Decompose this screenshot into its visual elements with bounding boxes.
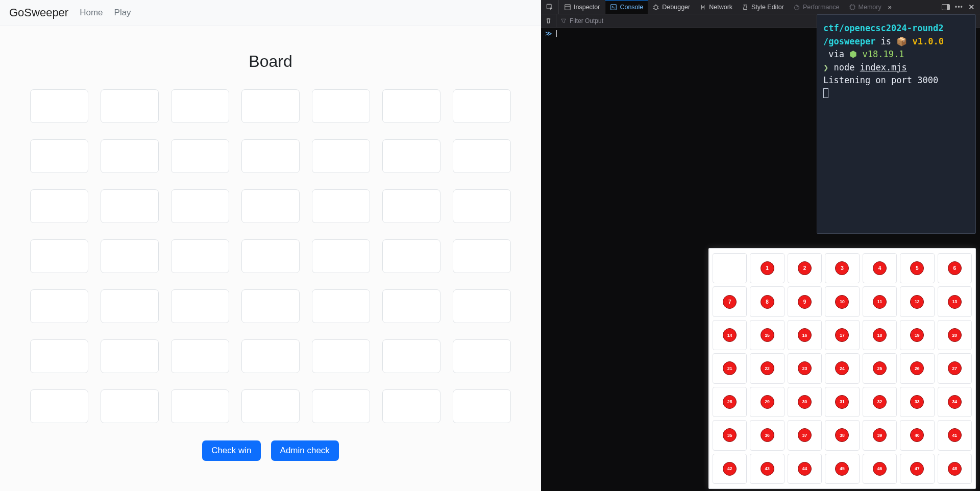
mines-cell[interactable]: 16 bbox=[788, 320, 822, 350]
mines-cell[interactable]: 47 bbox=[900, 454, 934, 484]
mines-cell[interactable]: 41 bbox=[938, 420, 972, 450]
mines-cell[interactable]: 36 bbox=[750, 420, 784, 450]
board-cell[interactable] bbox=[171, 239, 229, 273]
mines-cell[interactable]: 6 bbox=[938, 253, 972, 283]
board-cell[interactable] bbox=[382, 239, 440, 273]
board-cell[interactable] bbox=[241, 239, 300, 273]
board-cell[interactable] bbox=[30, 89, 88, 123]
mines-cell[interactable]: 32 bbox=[863, 387, 897, 417]
board-cell[interactable] bbox=[453, 339, 511, 373]
terminal-window[interactable]: ctf/openecsc2024-round2 /gosweeper is 📦 … bbox=[817, 14, 976, 234]
clear-console-button[interactable] bbox=[541, 14, 556, 27]
mines-cell[interactable]: 44 bbox=[788, 454, 822, 484]
nav-play[interactable]: Play bbox=[114, 8, 131, 18]
board-cell[interactable] bbox=[171, 339, 229, 373]
board-cell[interactable] bbox=[101, 239, 159, 273]
board-cell[interactable] bbox=[101, 189, 159, 223]
board-cell[interactable] bbox=[241, 89, 300, 123]
mines-cell[interactable]: 43 bbox=[750, 454, 784, 484]
mines-cell[interactable]: 11 bbox=[863, 286, 897, 316]
devtools-close-icon[interactable]: ✕ bbox=[968, 3, 975, 12]
board-cell[interactable] bbox=[312, 289, 370, 323]
board-cell[interactable] bbox=[101, 89, 159, 123]
board-cell[interactable] bbox=[453, 389, 511, 423]
board-cell[interactable] bbox=[171, 389, 229, 423]
mines-cell[interactable]: 40 bbox=[900, 420, 934, 450]
board-cell[interactable] bbox=[453, 89, 511, 123]
mines-cell[interactable]: 25 bbox=[863, 353, 897, 383]
mines-cell[interactable]: 34 bbox=[938, 387, 972, 417]
board-cell[interactable] bbox=[30, 239, 88, 273]
board-cell[interactable] bbox=[241, 339, 300, 373]
board-cell[interactable] bbox=[453, 139, 511, 173]
board-cell[interactable] bbox=[171, 89, 229, 123]
mines-cell[interactable]: 2 bbox=[788, 253, 822, 283]
board-cell[interactable] bbox=[382, 389, 440, 423]
mines-cell[interactable]: 12 bbox=[900, 286, 934, 316]
board-cell[interactable] bbox=[312, 339, 370, 373]
devtools-tab-inspector[interactable]: Inspector bbox=[559, 0, 605, 14]
board-cell[interactable] bbox=[101, 339, 159, 373]
board-cell[interactable] bbox=[171, 189, 229, 223]
board-cell[interactable] bbox=[171, 289, 229, 323]
board-cell[interactable] bbox=[241, 139, 300, 173]
mines-cell[interactable]: 42 bbox=[713, 454, 747, 484]
board-cell[interactable] bbox=[241, 189, 300, 223]
mines-cell[interactable]: 45 bbox=[825, 454, 859, 484]
board-cell[interactable] bbox=[453, 289, 511, 323]
board-cell[interactable] bbox=[312, 139, 370, 173]
board-cell[interactable] bbox=[312, 89, 370, 123]
board-cell[interactable] bbox=[171, 139, 229, 173]
board-cell[interactable] bbox=[101, 389, 159, 423]
mines-cell[interactable]: 31 bbox=[825, 387, 859, 417]
tabs-overflow-icon[interactable]: » bbox=[888, 4, 892, 11]
mines-cell[interactable]: 28 bbox=[713, 387, 747, 417]
mines-cell[interactable]: 9 bbox=[788, 286, 822, 316]
board-cell[interactable] bbox=[382, 139, 440, 173]
board-cell[interactable] bbox=[30, 289, 88, 323]
board-cell[interactable] bbox=[30, 389, 88, 423]
mines-cell[interactable]: 8 bbox=[750, 286, 784, 316]
devtools-tab-console[interactable]: Console bbox=[605, 0, 648, 14]
mines-cell[interactable]: 39 bbox=[863, 420, 897, 450]
nav-home[interactable]: Home bbox=[80, 8, 103, 18]
mines-cell[interactable]: 33 bbox=[900, 387, 934, 417]
mines-cell[interactable]: 19 bbox=[900, 320, 934, 350]
mines-cell[interactable]: 37 bbox=[788, 420, 822, 450]
pick-element-button[interactable] bbox=[541, 0, 559, 14]
board-cell[interactable] bbox=[382, 289, 440, 323]
mines-cell[interactable]: 21 bbox=[713, 353, 747, 383]
board-cell[interactable] bbox=[30, 339, 88, 373]
devtools-tab-network[interactable]: Network bbox=[695, 0, 737, 14]
board-cell[interactable] bbox=[312, 189, 370, 223]
mines-cell[interactable]: 18 bbox=[863, 320, 897, 350]
mines-cell[interactable]: 14 bbox=[713, 320, 747, 350]
mines-cell[interactable]: 48 bbox=[938, 454, 972, 484]
mines-cell[interactable]: 46 bbox=[863, 454, 897, 484]
board-cell[interactable] bbox=[382, 189, 440, 223]
board-cell[interactable] bbox=[101, 139, 159, 173]
mines-cell[interactable]: 4 bbox=[863, 253, 897, 283]
board-cell[interactable] bbox=[241, 289, 300, 323]
mines-cell[interactable]: 22 bbox=[750, 353, 784, 383]
mines-cell[interactable]: 17 bbox=[825, 320, 859, 350]
board-cell[interactable] bbox=[453, 239, 511, 273]
dock-side-icon[interactable] bbox=[942, 4, 950, 10]
mines-cell[interactable]: 24 bbox=[825, 353, 859, 383]
mines-cell[interactable]: 29 bbox=[750, 387, 784, 417]
devtools-tab-debugger[interactable]: Debugger bbox=[648, 0, 695, 14]
board-cell[interactable] bbox=[101, 289, 159, 323]
mines-cell[interactable]: 35 bbox=[713, 420, 747, 450]
mines-cell[interactable] bbox=[713, 253, 747, 283]
board-cell[interactable] bbox=[30, 139, 88, 173]
board-cell[interactable] bbox=[382, 339, 440, 373]
board-cell[interactable] bbox=[30, 189, 88, 223]
mines-cell[interactable]: 38 bbox=[825, 420, 859, 450]
board-cell[interactable] bbox=[241, 389, 300, 423]
mines-cell[interactable]: 1 bbox=[750, 253, 784, 283]
mines-cell[interactable]: 13 bbox=[938, 286, 972, 316]
mines-cell[interactable]: 30 bbox=[788, 387, 822, 417]
mines-cell[interactable]: 3 bbox=[825, 253, 859, 283]
board-cell[interactable] bbox=[312, 389, 370, 423]
mines-cell[interactable]: 10 bbox=[825, 286, 859, 316]
